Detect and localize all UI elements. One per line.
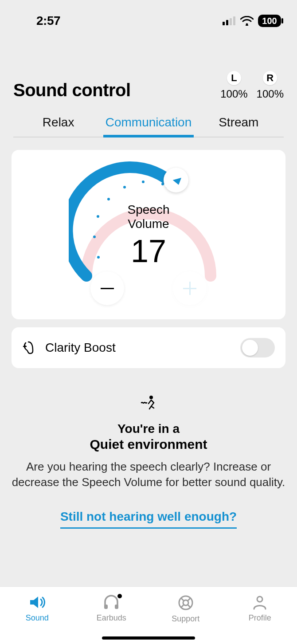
signal-icon — [223, 16, 236, 25]
sound-icon — [28, 595, 46, 610]
svg-point-10 — [142, 181, 145, 183]
svg-point-19 — [183, 600, 188, 605]
tabbar-profile-label: Profile — [249, 613, 271, 623]
speech-volume-card: SpeechVolume 17 — [12, 150, 285, 319]
left-earbud-level: L 100% — [220, 71, 247, 100]
svg-point-4 — [246, 24, 248, 26]
wifi-icon — [240, 16, 254, 26]
environment-section: You're in a Quiet environment Are you he… — [0, 393, 297, 529]
status-icons: 100 — [223, 15, 281, 27]
gauge-label: SpeechVolume — [69, 203, 228, 231]
tabbar-sound[interactable]: Sound — [0, 595, 74, 623]
tabbar-earbuds-label: Earbuds — [97, 613, 126, 623]
tabbar-support[interactable]: Support — [148, 595, 223, 624]
environment-icon — [9, 393, 288, 415]
svg-rect-1 — [226, 20, 228, 25]
status-time: 2:57 — [36, 14, 60, 28]
environment-description: Are you hearing the speech clearly? Incr… — [9, 459, 288, 490]
left-value: 100% — [220, 88, 247, 100]
svg-point-8 — [107, 198, 110, 200]
svg-rect-17 — [115, 605, 118, 609]
home-indicator — [102, 636, 195, 640]
environment-prefix: You're in a — [9, 422, 288, 436]
volume-plus-button[interactable] — [173, 271, 207, 305]
tabbar-support-label: Support — [172, 614, 199, 624]
clarity-boost-label: Clarity Boost — [45, 341, 116, 355]
right-earbud-level: R 100% — [257, 71, 284, 100]
tabbar-earbuds[interactable]: Earbuds — [74, 595, 149, 623]
svg-line-20 — [181, 598, 184, 601]
svg-rect-0 — [223, 22, 225, 25]
earbud-level-row: L 100% R 100% — [220, 71, 284, 100]
gauge-handle[interactable] — [164, 168, 188, 192]
tab-communication[interactable]: Communication — [103, 111, 193, 137]
left-pill: L — [227, 71, 241, 85]
svg-point-24 — [257, 597, 262, 602]
svg-rect-2 — [230, 18, 232, 25]
svg-rect-16 — [104, 605, 108, 609]
support-icon — [178, 595, 194, 611]
svg-line-22 — [181, 605, 184, 608]
svg-line-21 — [188, 598, 191, 601]
battery-icon: 100 — [258, 15, 281, 27]
environment-title: Quiet environment — [9, 437, 288, 452]
tabbar-profile[interactable]: Profile — [223, 595, 297, 623]
clarity-boost-row: Clarity Boost — [12, 327, 285, 368]
status-bar: 2:57 100 — [0, 0, 297, 35]
right-pill: R — [263, 71, 277, 85]
earbuds-badge-dot — [117, 594, 122, 598]
page-title: Sound control — [13, 80, 131, 100]
svg-point-9 — [123, 186, 126, 188]
profile-icon — [252, 595, 267, 610]
tabbar-sound-label: Sound — [26, 613, 49, 623]
clarity-boost-toggle[interactable] — [240, 338, 275, 357]
svg-line-23 — [188, 605, 191, 608]
volume-gauge[interactable]: SpeechVolume 17 — [69, 161, 228, 294]
tab-relax[interactable]: Relax — [13, 111, 103, 137]
svg-rect-3 — [233, 16, 235, 25]
tab-stream[interactable]: Stream — [194, 111, 284, 137]
right-value: 100% — [257, 88, 284, 100]
gauge-value: 17 — [69, 233, 228, 269]
bottom-tabbar: Sound Earbuds Support Profile — [0, 586, 297, 644]
hearing-help-link[interactable]: Still not hearing well enough? — [60, 510, 237, 529]
svg-point-15 — [149, 396, 153, 399]
ear-icon — [22, 340, 35, 355]
mode-tabs: Relax Communication Stream — [13, 111, 284, 137]
